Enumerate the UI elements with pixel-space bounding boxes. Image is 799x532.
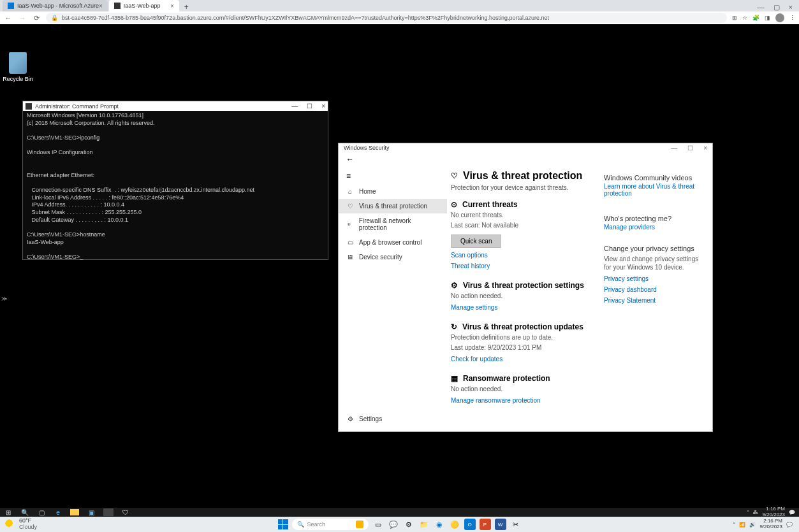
minimize-icon[interactable]: —	[291, 103, 298, 110]
back-icon[interactable]: ←	[4, 14, 13, 22]
security-titlebar[interactable]: Windows Security — ☐ ×	[339, 143, 712, 152]
menu-toggle-icon[interactable]: ≡	[339, 168, 447, 184]
back-icon[interactable]: ←	[346, 155, 354, 164]
explorer-icon[interactable]: 📁	[418, 519, 430, 530]
cmd-taskbar-icon[interactable]	[103, 508, 114, 516]
minimize-icon[interactable]: —	[671, 145, 677, 152]
browser-window-top: IaaS-Web-app - Microsoft Azure × IaaS-We…	[0, 0, 799, 24]
snip-icon[interactable]: ✂	[510, 519, 522, 530]
scan-options-link[interactable]: Scan options	[451, 252, 591, 259]
close-icon[interactable]: ×	[321, 103, 325, 110]
vm-taskbar[interactable]: ⊞ 🔍 ▢ e ▣ 🛡 ˄ 🖧 1:16 PM 9/20/2023 💬	[0, 508, 799, 517]
page-title: ♡Virus & threat protection	[451, 170, 591, 182]
threats-none-text: No current threats.	[451, 211, 591, 219]
cmd-window[interactable]: Administrator: Command Prompt — ☐ × Micr…	[22, 101, 328, 260]
nav-firewall[interactable]: ᯤFirewall & network protection	[339, 213, 447, 235]
network-icon[interactable]: 🖧	[753, 510, 758, 515]
threat-history-link[interactable]: Threat history	[451, 262, 591, 270]
explorer-icon[interactable]	[70, 509, 79, 515]
home-icon: ⌂	[346, 188, 354, 195]
close-tab-icon[interactable]: ×	[99, 3, 103, 10]
outlook-icon[interactable]: O	[464, 519, 476, 530]
maximize-icon[interactable]: ☐	[687, 145, 693, 152]
gear-icon: ⚙	[346, 415, 354, 422]
profile-icon[interactable]	[775, 13, 784, 22]
bastion-arrows-icon[interactable]: ≫	[1, 296, 7, 302]
server-manager-icon[interactable]: ▣	[87, 508, 96, 516]
minimize-icon[interactable]: —	[758, 3, 765, 11]
settings-app-icon[interactable]: ⚙	[403, 519, 414, 530]
manage-settings-link[interactable]: Manage settings	[451, 304, 591, 311]
close-tab-icon[interactable]: ×	[170, 3, 174, 10]
close-icon[interactable]: ×	[703, 145, 707, 152]
nav-app-browser[interactable]: ▭App & browser control	[339, 235, 447, 250]
address-bar[interactable]: 🔒 bst-cae4c589-7cdf-4356-b785-bea45f90f7…	[46, 13, 727, 23]
cmd-title: Administrator: Command Prompt	[35, 103, 119, 110]
chrome-icon[interactable]: 🟡	[449, 519, 460, 530]
volume-icon[interactable]: 🔊	[749, 522, 756, 528]
task-view-icon[interactable]: ▢	[37, 508, 46, 516]
vtp-settings-text: No action needed.	[451, 292, 591, 300]
search-icon[interactable]: 🔍	[20, 508, 29, 516]
powerpoint-icon[interactable]: P	[480, 519, 491, 530]
windows-security-window[interactable]: Windows Security — ☐ × ← ≡ ⌂Home ♡Virus …	[338, 143, 713, 432]
chevron-up-icon[interactable]: ˄	[733, 522, 735, 528]
device-icon: 🖥	[346, 254, 354, 261]
host-tray[interactable]: ˄ 📶 🔊 2:16 PM 9/20/2023 💬	[733, 519, 799, 530]
search-box[interactable]: 🔍 Search	[292, 519, 369, 530]
extensions-icon[interactable]: 🧩	[752, 15, 759, 21]
nav-virus[interactable]: ♡Virus & threat protection	[339, 199, 447, 213]
search-placeholder: Search	[307, 521, 326, 528]
close-icon[interactable]: ×	[789, 3, 793, 11]
ie-icon[interactable]: e	[54, 508, 62, 516]
search-icon: 🔍	[297, 521, 304, 528]
security-title: Windows Security	[344, 145, 390, 151]
new-tab-button[interactable]: +	[180, 3, 193, 11]
manage-ransomware-link[interactable]: Manage ransomware protection	[451, 397, 591, 404]
shield-icon: ♡	[451, 171, 458, 180]
page-subtitle: Protection for your device against threa…	[451, 184, 591, 191]
scan-icon: ⊙	[451, 200, 457, 209]
browser-tab-bastion[interactable]: IaaS-Web-app ×	[109, 0, 179, 11]
notifications-icon[interactable]: 💬	[786, 522, 793, 528]
reload-icon[interactable]: ⟳	[32, 14, 41, 22]
nav-settings[interactable]: ⚙Settings	[339, 412, 390, 426]
start-icon[interactable]: ⊞	[4, 508, 13, 516]
edge-icon[interactable]: ◉	[434, 519, 445, 530]
check-updates-link[interactable]: Check for updates	[451, 356, 591, 363]
side-who-heading: Who's protecting me?	[604, 215, 706, 222]
host-taskbar-center: 🔍 Search ▭ 💬 ⚙ 📁 ◉ 🟡 O P W ✂	[278, 519, 522, 530]
host-taskbar[interactable]: 60°F Cloudy 🔍 Search ▭ 💬 ⚙ 📁 ◉ 🟡 O P W ✂…	[0, 517, 799, 532]
nav-home[interactable]: ⌂Home	[339, 184, 447, 199]
cmd-output[interactable]: Microsoft Windows [Version 10.0.17763.48…	[23, 111, 328, 262]
recycle-bin[interactable]: Recycle Bin	[3, 52, 33, 82]
teams-icon[interactable]: 💬	[388, 519, 399, 530]
manage-providers-link[interactable]: Manage providers	[604, 224, 706, 231]
recycle-bin-label: Recycle Bin	[3, 76, 33, 82]
maximize-icon[interactable]: ☐	[307, 103, 312, 110]
security-toolbar: ←	[339, 152, 712, 166]
privacy-dashboard-link[interactable]: Privacy dashboard	[604, 286, 706, 293]
wifi-icon[interactable]: 📶	[739, 522, 745, 528]
security-taskbar-icon[interactable]: 🛡	[121, 508, 130, 516]
maximize-icon[interactable]: ▢	[773, 3, 780, 11]
browser-tab-azure[interactable]: IaaS-Web-app - Microsoft Azure ×	[3, 0, 108, 11]
cmd-titlebar[interactable]: Administrator: Command Prompt — ☐ ×	[23, 101, 328, 111]
menu-icon[interactable]: ⋮	[789, 15, 795, 21]
install-icon[interactable]: ⊞	[732, 15, 737, 21]
start-button[interactable]	[278, 519, 288, 529]
nav-device[interactable]: 🖥Device security	[339, 250, 447, 264]
quick-scan-button[interactable]: Quick scan	[451, 234, 501, 248]
privacy-settings-link[interactable]: Privacy settings	[604, 275, 706, 282]
bookmark-icon[interactable]: ☆	[742, 15, 747, 21]
word-icon[interactable]: W	[495, 519, 506, 530]
notifications-icon[interactable]: 💬	[789, 510, 795, 515]
side-videos-link[interactable]: Learn more about Virus & threat protecti…	[604, 183, 706, 197]
weather-widget[interactable]: 60°F Cloudy	[0, 518, 37, 531]
forward-icon[interactable]: →	[18, 14, 27, 22]
shield-icon: ♡	[346, 203, 354, 210]
task-view-icon[interactable]: ▭	[372, 519, 384, 530]
side-panel-icon[interactable]: ◨	[765, 15, 770, 21]
privacy-statement-link[interactable]: Privacy Statement	[604, 297, 706, 304]
chevron-up-icon[interactable]: ˄	[747, 510, 749, 515]
